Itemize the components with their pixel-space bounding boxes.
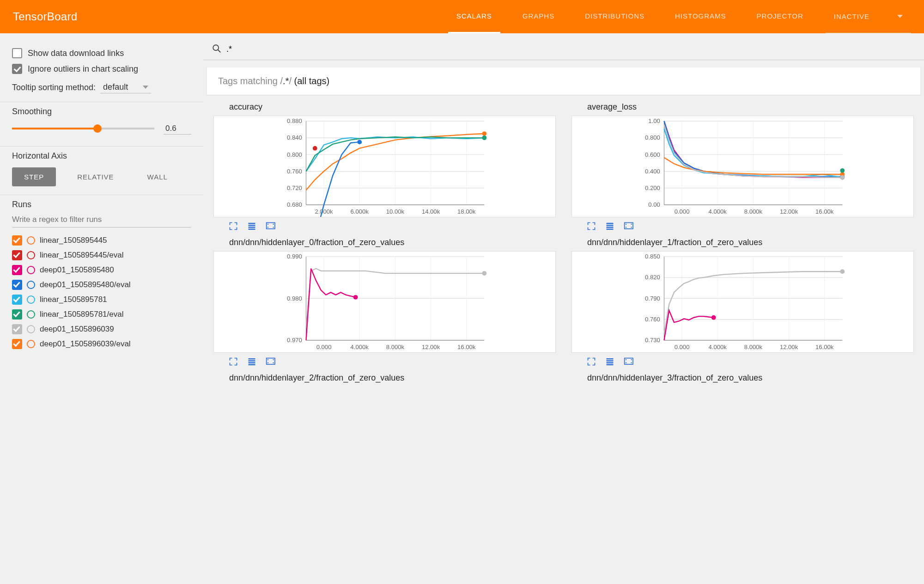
- chart-title: dnn/dnn/hiddenlayer_2/fraction_of_zero_v…: [213, 372, 556, 387]
- chart-plot[interactable]: 0.000.2000.4000.6000.8001.000.0004.000k8…: [571, 116, 914, 217]
- svg-text:0.980: 0.980: [287, 295, 302, 302]
- fit-domain-icon[interactable]: [264, 357, 276, 367]
- axis-button-wall[interactable]: WALL: [135, 167, 180, 186]
- chart-title: average_loss: [571, 101, 914, 116]
- run-checkbox[interactable]: [12, 250, 22, 260]
- smoothing-slider[interactable]: [12, 128, 154, 129]
- svg-text:0.760: 0.760: [645, 316, 660, 323]
- tags-matching-header[interactable]: Tags matching /.*/ (all tags): [207, 68, 920, 95]
- tooltip-sort-select[interactable]: default: [100, 81, 151, 93]
- run-name: deep01_1505895480: [40, 265, 114, 275]
- run-name: deep01_1505896039: [40, 325, 114, 334]
- svg-text:0.000: 0.000: [675, 208, 690, 215]
- svg-point-105: [273, 359, 274, 360]
- run-checkbox[interactable]: [12, 309, 22, 320]
- svg-point-37: [273, 224, 274, 225]
- svg-text:2.000k: 2.000k: [315, 208, 333, 215]
- run-row: linear_1505895445: [12, 233, 191, 248]
- svg-text:0.760: 0.760: [287, 168, 302, 175]
- svg-text:0.720: 0.720: [287, 184, 302, 191]
- svg-text:8.000k: 8.000k: [386, 344, 405, 350]
- run-checkbox[interactable]: [12, 265, 22, 275]
- svg-point-39: [273, 227, 274, 228]
- chart-card: dnn/dnn/hiddenlayer_0/fraction_of_zero_v…: [213, 237, 556, 369]
- svg-point-27: [357, 140, 362, 144]
- svg-text:8.000k: 8.000k: [744, 208, 763, 215]
- svg-point-36: [267, 224, 268, 225]
- axis-button-relative[interactable]: RELATIVE: [65, 167, 126, 186]
- tab-graphs[interactable]: GRAPHS: [514, 0, 563, 33]
- chart-plot[interactable]: 0.7300.7600.7900.8200.8500.0004.000k8.00…: [571, 251, 914, 353]
- chart-tools: [213, 353, 556, 369]
- fit-domain-icon[interactable]: [622, 357, 634, 367]
- fit-domain-icon[interactable]: [264, 221, 276, 231]
- run-name: linear_1505895781/eval: [40, 310, 124, 319]
- run-checkbox[interactable]: [12, 280, 22, 290]
- log-axis-icon[interactable]: [246, 221, 258, 231]
- tabs: SCALARSGRAPHSDISTRIBUTIONSHISTOGRAMSPROJ…: [90, 0, 924, 33]
- svg-text:0.680: 0.680: [287, 201, 302, 208]
- svg-point-69: [840, 175, 845, 180]
- tag-search-input[interactable]: [226, 44, 916, 54]
- show-download-links-checkbox[interactable]: [12, 48, 22, 58]
- smoothing-slider-thumb[interactable]: [93, 124, 102, 133]
- chart-card: dnn/dnn/hiddenlayer_2/fraction_of_zero_v…: [213, 372, 556, 387]
- svg-point-77: [626, 227, 626, 228]
- svg-text:0.800: 0.800: [645, 134, 660, 141]
- chart-card: dnn/dnn/hiddenlayer_3/fraction_of_zero_v…: [571, 372, 914, 387]
- runs-filter-input[interactable]: [12, 212, 191, 227]
- svg-point-130: [840, 269, 845, 274]
- fullscreen-icon[interactable]: [227, 357, 239, 367]
- svg-text:6.000k: 6.000k: [351, 208, 369, 215]
- smoothing-label: Smoothing: [12, 107, 191, 117]
- svg-text:0.970: 0.970: [287, 337, 302, 344]
- svg-text:0.850: 0.850: [645, 253, 660, 260]
- chart-tools: [213, 217, 556, 233]
- run-row: deep01_1505896039/eval: [12, 337, 191, 351]
- fit-domain-icon[interactable]: [622, 221, 634, 231]
- svg-text:16.00k: 16.00k: [815, 208, 834, 215]
- axis-button-step[interactable]: STEP: [12, 167, 56, 186]
- svg-text:0.200: 0.200: [645, 184, 660, 191]
- tab-projector[interactable]: PROJECTOR: [748, 0, 812, 33]
- tooltip-sort-value: default: [103, 82, 128, 92]
- chart-plot[interactable]: 0.9700.9800.9900.0004.000k8.000k12.00k16…: [213, 251, 556, 353]
- fullscreen-icon[interactable]: [585, 357, 597, 367]
- log-axis-icon[interactable]: [246, 357, 258, 367]
- run-name: linear_1505895445: [40, 236, 107, 245]
- run-name: linear_1505895781: [40, 295, 107, 304]
- run-checkbox[interactable]: [12, 324, 22, 334]
- tab-scalars[interactable]: SCALARS: [448, 0, 500, 33]
- svg-text:0.840: 0.840: [287, 134, 302, 141]
- smoothing-value-input[interactable]: 0.6: [164, 123, 191, 135]
- svg-text:0.800: 0.800: [287, 151, 302, 158]
- svg-text:16.00k: 16.00k: [457, 344, 476, 350]
- svg-text:4.000k: 4.000k: [709, 208, 727, 215]
- tab-distributions[interactable]: DISTRIBUTIONS: [577, 0, 653, 33]
- svg-point-107: [273, 363, 274, 363]
- svg-point-38: [267, 227, 268, 228]
- run-checkbox[interactable]: [12, 339, 22, 349]
- run-color-swatch: [27, 251, 35, 259]
- log-axis-icon[interactable]: [604, 357, 616, 367]
- svg-text:0.400: 0.400: [645, 168, 660, 175]
- brand-title: TensorBoard: [0, 10, 90, 23]
- svg-text:12.00k: 12.00k: [422, 344, 440, 350]
- tab-inactive[interactable]: INACTIVE: [826, 0, 911, 33]
- run-checkbox[interactable]: [12, 295, 22, 305]
- svg-point-26: [482, 131, 486, 136]
- svg-point-139: [626, 363, 626, 363]
- svg-text:4.000k: 4.000k: [351, 344, 369, 350]
- ignore-outliers-checkbox[interactable]: [12, 64, 22, 74]
- svg-point-131: [711, 315, 716, 320]
- show-download-links-label: Show data download links: [28, 49, 124, 58]
- svg-text:18.00k: 18.00k: [457, 208, 476, 215]
- tab-histograms[interactable]: HISTOGRAMS: [667, 0, 735, 33]
- fullscreen-icon[interactable]: [227, 221, 239, 231]
- log-axis-icon[interactable]: [604, 221, 616, 231]
- run-checkbox[interactable]: [12, 235, 22, 246]
- chart-plot[interactable]: 0.6800.7200.7600.8000.8400.8802.000k6.00…: [213, 116, 556, 217]
- search-icon: [212, 43, 222, 55]
- fullscreen-icon[interactable]: [585, 221, 597, 231]
- svg-rect-136: [625, 358, 633, 364]
